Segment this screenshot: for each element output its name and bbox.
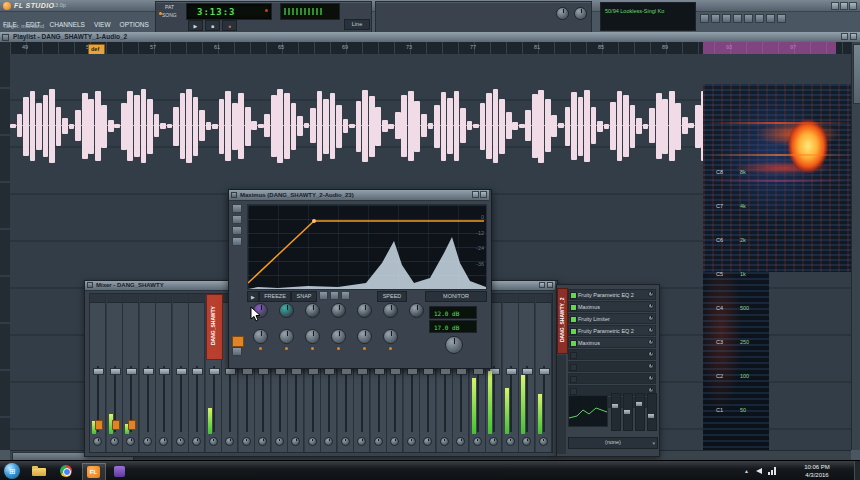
- maximus-menu-icon[interactable]: [231, 192, 237, 198]
- fader-handle[interactable]: [522, 368, 533, 375]
- transport-play-button[interactable]: ▶: [188, 20, 203, 31]
- fx-slider-1[interactable]: [611, 393, 621, 431]
- route-led[interactable]: [128, 420, 136, 430]
- volume-icon[interactable]: [756, 468, 762, 474]
- mixer-maximize-button[interactable]: [539, 282, 545, 288]
- maximus-titlebar[interactable]: Maximus (DANG_SHAWTY_2-Audio_23): [229, 190, 489, 201]
- maximus-knob-r1-5[interactable]: [357, 303, 372, 318]
- fx-slider-2[interactable]: [623, 393, 633, 431]
- toolbar-button-2[interactable]: [722, 14, 731, 23]
- playlist-close-button[interactable]: [850, 33, 857, 40]
- window-button-1[interactable]: [840, 2, 848, 10]
- fx-slot-mix-knob[interactable]: [648, 339, 654, 345]
- fader-handle[interactable]: [159, 368, 170, 375]
- pan-knob[interactable]: [192, 437, 201, 446]
- fx-slot-mix-knob[interactable]: [648, 291, 654, 297]
- toolbar-button-3[interactable]: [733, 14, 742, 23]
- mixer-strip-26[interactable]: [503, 294, 519, 452]
- fader-handle[interactable]: [308, 368, 319, 375]
- fader-handle[interactable]: [275, 368, 286, 375]
- strip-header[interactable]: [189, 294, 204, 303]
- maximus-side-button-3[interactable]: [232, 226, 242, 235]
- song-label[interactable]: SONG: [162, 12, 177, 18]
- menu-channels[interactable]: CHANNELS: [50, 21, 85, 28]
- fader-handle[interactable]: [225, 368, 236, 375]
- strip-header[interactable]: [503, 294, 518, 303]
- pan-knob[interactable]: [341, 437, 350, 446]
- maximus-play-icon[interactable]: ▶: [247, 291, 259, 302]
- fader-handle[interactable]: [357, 368, 368, 375]
- pan-knob[interactable]: [357, 437, 366, 446]
- fx-slot-8[interactable]: [568, 373, 656, 384]
- pan-knob[interactable]: [242, 437, 251, 446]
- strip-header[interactable]: [123, 294, 138, 303]
- maximus-knob-r1-4[interactable]: [331, 303, 346, 318]
- pan-knob[interactable]: [423, 437, 432, 446]
- mixer-strip-2[interactable]: [107, 294, 123, 452]
- fx-slot-led[interactable]: [570, 352, 577, 359]
- fader-handle[interactable]: [423, 368, 434, 375]
- taskbar-icon-media[interactable]: [109, 463, 131, 479]
- menu-view[interactable]: VIEW: [94, 21, 111, 28]
- mixer-strip-7[interactable]: [189, 294, 205, 452]
- fader-handle[interactable]: [192, 368, 203, 375]
- route-led[interactable]: [95, 420, 103, 430]
- maximus-curve-knee[interactable]: [312, 219, 316, 223]
- fx-eq-preview[interactable]: [568, 395, 608, 427]
- fx-slider-4[interactable]: [647, 393, 657, 431]
- toolbar-button-5[interactable]: [755, 14, 764, 23]
- fader-handle[interactable]: [242, 368, 253, 375]
- maximus-mute-led-button[interactable]: [232, 336, 244, 347]
- maximus-post-gain-knob[interactable]: [445, 336, 463, 354]
- taskbar-icon-flstudio[interactable]: FL: [82, 463, 106, 480]
- maximus-knob-r2-2[interactable]: [279, 329, 294, 344]
- fader-handle[interactable]: [93, 368, 104, 375]
- fader-handle[interactable]: [126, 368, 137, 375]
- maximus-freeze-button[interactable]: FREEZE: [259, 291, 291, 302]
- maximus-knob-r2-1[interactable]: [253, 329, 268, 344]
- maximus-knob-r1-3[interactable]: [305, 303, 320, 318]
- fx-slot-led[interactable]: [570, 316, 577, 323]
- maximus-snap-button[interactable]: SNAP: [291, 291, 317, 302]
- maximus-graph[interactable]: 0-12-24-36: [247, 204, 487, 290]
- mixer-menu-icon[interactable]: [87, 282, 93, 288]
- fader-handle[interactable]: [209, 368, 220, 375]
- fx-slot-5[interactable]: Maximus: [568, 337, 656, 348]
- maximus-side-button-2[interactable]: [232, 215, 242, 224]
- taskbar-clock[interactable]: 10:06 PM 4/3/2016: [786, 463, 848, 479]
- fx-slot-4[interactable]: Fruity Parametric EQ 2: [568, 325, 656, 336]
- toolbar-button-4[interactable]: [744, 14, 753, 23]
- pan-knob[interactable]: [209, 437, 218, 446]
- maximus-knob-r2-4[interactable]: [331, 329, 346, 344]
- fader-handle[interactable]: [390, 368, 401, 375]
- maximus-detach-button[interactable]: [472, 191, 479, 198]
- maximus-knob-r2-5[interactable]: [357, 329, 372, 344]
- pan-knob[interactable]: [374, 437, 383, 446]
- fader-handle[interactable]: [110, 368, 121, 375]
- pan-knob[interactable]: [407, 437, 416, 446]
- window-button-0[interactable]: [831, 2, 839, 10]
- maximus-monitor-select[interactable]: MONITOR: [425, 291, 487, 302]
- strip-header[interactable]: [140, 294, 155, 303]
- strip-header[interactable]: [173, 294, 188, 303]
- pan-knob[interactable]: [539, 437, 548, 446]
- fader-handle[interactable]: [176, 368, 187, 375]
- pan-knob[interactable]: [308, 437, 317, 446]
- strip-header[interactable]: [519, 294, 534, 303]
- playlist-maximize-button[interactable]: [841, 33, 848, 40]
- pat-label[interactable]: PAT: [165, 4, 174, 10]
- vscroll-thumb[interactable]: [853, 44, 860, 104]
- maximus-side-button-1[interactable]: [232, 204, 242, 213]
- taskbar-icon-folder[interactable]: [28, 463, 50, 479]
- menu-options[interactable]: OPTIONS: [120, 21, 149, 28]
- maximus-side-button-5[interactable]: [232, 347, 242, 356]
- maximus-tool-icon-3[interactable]: [341, 291, 350, 300]
- fader-handle[interactable]: [374, 368, 385, 375]
- fx-slot-3[interactable]: Fruity Limiter: [568, 313, 656, 324]
- toolbar-button-0[interactable]: [700, 14, 709, 23]
- pan-knob[interactable]: [324, 437, 333, 446]
- fader-handle[interactable]: [440, 368, 451, 375]
- fader-handle[interactable]: [539, 368, 550, 375]
- mixer-strip-5[interactable]: [156, 294, 172, 452]
- toolbar-button-7[interactable]: [777, 14, 786, 23]
